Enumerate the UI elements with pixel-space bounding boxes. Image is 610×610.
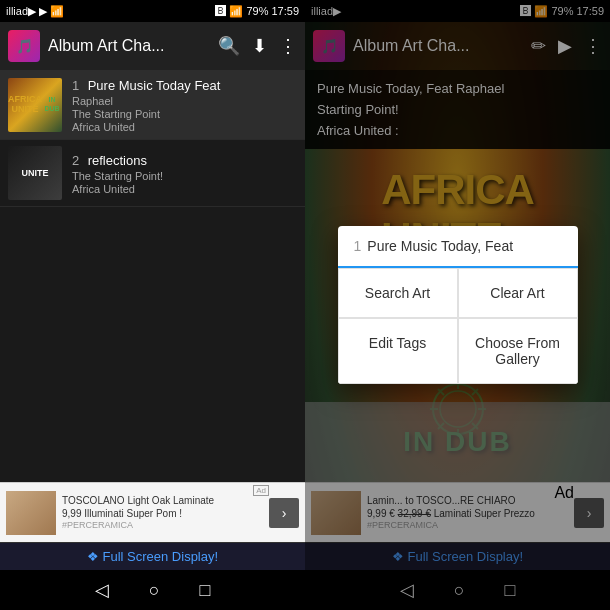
track-item-1[interactable]: AFRICAUNITE IN DUB 1 Pure Music Today Fe… [0,70,305,140]
search-icon[interactable]: 🔍 [218,35,240,57]
bt-icon-left: 🅱 [215,5,226,17]
right-panel: AFRICA UNITE IN DUB illiad▶ 🅱 📶 [305,0,610,610]
track-info-1: 1 Pure Music Today Feat Raphael The Star… [72,76,297,133]
ad-thumb-left [6,491,56,535]
app-bar-left: 🎵 Album Art Cha... 🔍 ⬇ ⋮ [0,22,305,70]
track-item-2[interactable]: UNITE 2 reflections The Starting Point! … [0,140,305,207]
track-name-1: Pure Music Today Feat [88,78,221,93]
ad-text-left: TOSCOLANO Light Oak Laminate 9,99 Illumi… [62,494,269,532]
signal-icons-left: ▶ 📶 [39,5,64,18]
track-info-2: 2 reflections The Starting Point! Africa… [72,151,297,195]
track-label-1: Africa United [72,121,297,133]
dialog-overlay: 1 Pure Music Today, Feat Search Art Clea… [305,0,610,610]
dialog-track-num: 1 [354,238,362,254]
back-btn-left[interactable]: ◁ [95,579,109,601]
dialog-buttons: Search Art Clear Art Edit Tags Choose Fr… [338,268,578,384]
app-title-left: Album Art Cha... [48,37,210,55]
battery-left: 79% [246,5,268,17]
track-artist-1: Raphael [72,95,297,107]
track-album-2: The Starting Point! [72,170,297,182]
choose-gallery-button[interactable]: Choose From Gallery [458,318,578,384]
status-right-left: 🅱 📶 79% 17:59 [215,5,299,18]
dialog-input-area: 1 Pure Music Today, Feat [338,226,578,268]
status-bar-left: illiad▶ ▶ 📶 🅱 📶 79% 17:59 [0,0,305,22]
ad-banner-left: TOSCOLANO Light Oak Laminate 9,99 Illumi… [0,482,305,542]
full-screen-label-left[interactable]: ❖ Full Screen Display! [0,542,305,570]
track-title-row-1: 1 Pure Music Today Feat [72,76,297,94]
home-btn-left[interactable]: ○ [149,580,160,601]
track-name-2: reflections [88,153,147,168]
track-list: AFRICAUNITE IN DUB 1 Pure Music Today Fe… [0,70,305,482]
search-art-button[interactable]: Search Art [338,268,458,318]
ad-badge-left: Ad [253,485,269,496]
track-thumb-2: UNITE [8,146,62,200]
track-album-1: The Starting Point [72,108,297,120]
dialog-box: 1 Pure Music Today, Feat Search Art Clea… [338,226,578,384]
track-label-2: Africa United [72,183,297,195]
left-panel: illiad▶ ▶ 📶 🅱 📶 79% 17:59 🎵 Album Art Ch… [0,0,305,610]
wifi-left: 📶 [229,5,243,18]
track-num-2: 2 [72,153,79,168]
ad-brand-left: #PERCERAMICA [62,520,269,532]
status-left: illiad▶ ▶ 📶 [6,5,64,18]
full-screen-text-left: ❖ Full Screen Display! [87,549,218,564]
bottom-nav-left: ◁ ○ □ [0,570,305,610]
dialog-track-name: Pure Music Today, Feat [367,238,561,254]
track-thumb-1: AFRICAUNITE IN DUB [8,78,62,132]
more-icon[interactable]: ⋮ [279,35,297,57]
carrier-left: illiad▶ [6,5,36,18]
time-left: 17:59 [271,5,299,17]
ad-title-left: TOSCOLANO Light Oak Laminate [62,494,269,507]
thumb-unite-img: UNITE [8,146,62,200]
track-title-row-2: 2 reflections [72,151,297,169]
clear-art-button[interactable]: Clear Art [458,268,578,318]
app-bar-actions-left: 🔍 ⬇ ⋮ [218,35,297,57]
track-num-1: 1 [72,78,79,93]
edit-tags-button[interactable]: Edit Tags [338,318,458,384]
ad-price-left: 9,99 Illuminati Super Pom ! [62,507,269,520]
app-icon-left: 🎵 [8,30,40,62]
ad-arrow-left[interactable]: › [269,498,299,528]
recent-btn-left[interactable]: □ [200,580,211,601]
download-icon[interactable]: ⬇ [252,35,267,57]
thumb-africa-img: AFRICAUNITE IN DUB [8,78,62,132]
